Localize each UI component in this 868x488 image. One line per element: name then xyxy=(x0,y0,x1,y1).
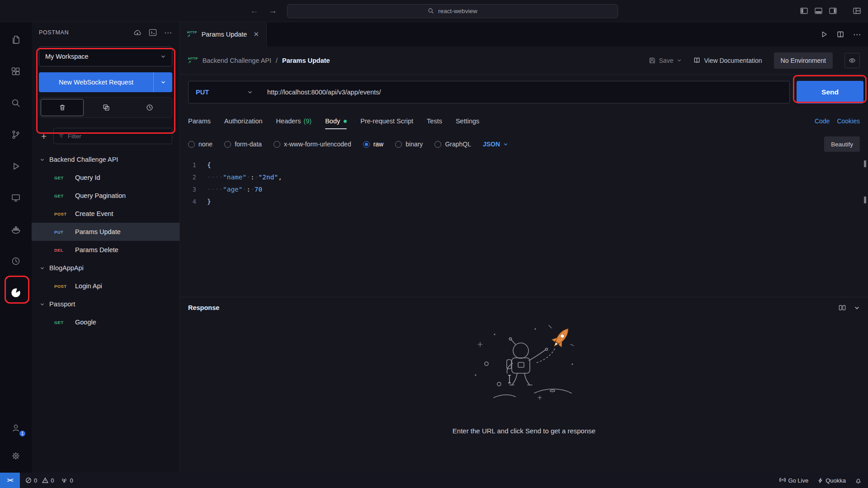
tab-params-update[interactable]: HTTP↗ Params Update ✕ xyxy=(180,22,267,47)
request-tab-headers[interactable]: Headers(9) xyxy=(276,110,312,132)
bell-icon[interactable] xyxy=(855,477,862,484)
body-code-editor[interactable]: 1{2····"name"·:·"2nd",3····"age"·:·704} xyxy=(180,156,868,297)
clock-icon[interactable] xyxy=(0,245,32,277)
send-button[interactable]: Send xyxy=(797,81,863,103)
request-item-google[interactable]: GETGoogle xyxy=(32,313,179,331)
request-tab-tests[interactable]: Tests xyxy=(427,110,442,132)
command-search-box[interactable]: react-webview xyxy=(287,4,618,18)
remote-explorer-icon[interactable] xyxy=(0,182,32,214)
body-format-row: noneform-datax-www-form-urlencodedrawbin… xyxy=(180,132,868,156)
request-tab-authorization[interactable]: Authorization xyxy=(224,110,263,132)
request-item-params-delete[interactable]: DELParams Delete xyxy=(32,241,179,259)
run-icon[interactable] xyxy=(821,31,828,38)
environment-quick-look-icon[interactable] xyxy=(844,53,860,68)
source-control-icon[interactable] xyxy=(0,119,32,150)
rocket-icon xyxy=(550,325,572,350)
panel-left-icon[interactable] xyxy=(800,8,808,14)
cloud-icon[interactable] xyxy=(133,29,142,36)
request-item-query-pagination[interactable]: GETQuery Pagination xyxy=(32,187,179,205)
beautify-button[interactable]: Beautify xyxy=(824,136,860,152)
more-actions-icon[interactable]: ⋯ xyxy=(853,30,861,39)
view-documentation-button[interactable]: View Documentation xyxy=(693,57,762,64)
run-debug-icon[interactable] xyxy=(0,150,32,182)
error-count: 0 xyxy=(34,477,37,484)
save-button[interactable]: Save xyxy=(649,57,682,64)
code-line[interactable]: 2····"name"·:·"2nd", xyxy=(180,171,868,183)
request-item-create-event[interactable]: POSTCreate Event xyxy=(32,205,179,223)
panel-right-icon[interactable] xyxy=(829,8,837,14)
split-editor-icon[interactable] xyxy=(837,31,844,38)
request-tab-pre-request-script[interactable]: Pre-request Script xyxy=(360,110,413,132)
body-type-graphql[interactable]: GraphQL xyxy=(434,141,471,148)
tree-folder-passport[interactable]: Passport xyxy=(32,295,179,313)
new-websocket-request-button[interactable]: New WebSocket Request xyxy=(39,72,172,92)
request-item-params-update[interactable]: PUTParams Update xyxy=(32,223,179,241)
body-type-binary[interactable]: binary xyxy=(395,141,423,148)
docker-icon[interactable] xyxy=(0,214,32,245)
problems-indicator[interactable]: 0 0 xyxy=(25,477,54,484)
body-type-form-data[interactable]: form-data xyxy=(224,141,262,148)
code-line[interactable]: 4} xyxy=(180,195,868,207)
settings-gear-icon[interactable] xyxy=(0,442,32,470)
chevron-down-icon[interactable] xyxy=(854,305,860,311)
copy-icon[interactable] xyxy=(85,99,127,116)
code-line[interactable]: 1{ xyxy=(180,159,868,171)
chevron-down-icon xyxy=(503,142,508,147)
code-lines: 1{2····"name"·:·"2nd",3····"age"·:·704} xyxy=(180,159,868,207)
breadcrumb-collection[interactable]: Backend Challenge API xyxy=(203,57,271,64)
layout-icon[interactable] xyxy=(853,8,861,14)
close-icon[interactable]: ✕ xyxy=(253,30,259,38)
body-type-none[interactable]: none xyxy=(188,141,212,148)
sidebar-tree: Backend Challenge APIGETQuery IdGETQuery… xyxy=(32,150,179,331)
request-tab-body[interactable]: Body xyxy=(325,110,347,132)
line-number: 3 xyxy=(180,186,207,193)
code-link[interactable]: Code xyxy=(815,117,830,125)
line-number: 2 xyxy=(180,174,207,181)
request-tab-settings[interactable]: Settings xyxy=(456,110,479,132)
tree-folder-blogappapi[interactable]: BlogAppApi xyxy=(32,259,179,277)
chevron-down-icon xyxy=(40,157,45,162)
new-request-label: New WebSocket Request xyxy=(39,72,153,92)
files-icon[interactable] xyxy=(0,24,32,56)
collection-name: Passport xyxy=(49,300,75,308)
breadcrumb-request[interactable]: Params Update xyxy=(282,57,330,64)
chevron-down-icon xyxy=(160,54,166,59)
language-selector[interactable]: JSON xyxy=(483,141,508,148)
add-icon[interactable]: + xyxy=(39,131,49,141)
remote-indicator[interactable]: >< xyxy=(0,473,20,488)
request-item-query-id[interactable]: GETQuery Id xyxy=(32,169,179,187)
trash-icon[interactable] xyxy=(41,99,84,116)
request-item-login-api[interactable]: POSTLogin Api xyxy=(32,277,179,295)
history-icon[interactable] xyxy=(128,99,170,116)
chevron-down-icon[interactable] xyxy=(677,58,682,63)
tree-folder-backend-challenge-api[interactable]: Backend Challenge API xyxy=(32,150,179,169)
method-selector[interactable]: PUT xyxy=(189,89,260,96)
url-input[interactable]: http://localhost:8000/api/v3/app/events/ xyxy=(260,89,381,96)
chevron-down-icon[interactable] xyxy=(153,72,172,92)
overview-ruler-mark xyxy=(864,197,866,203)
search-icon[interactable] xyxy=(0,87,32,119)
quokka-button[interactable]: Quokka xyxy=(817,477,846,484)
maximize-panel-icon[interactable] xyxy=(839,305,846,311)
request-tab-params[interactable]: Params xyxy=(188,110,211,132)
ellipsis-icon[interactable]: ⋯ xyxy=(164,28,172,38)
http-icon: HTTP↗ xyxy=(188,57,198,64)
body-type-x-www-form-urlencoded[interactable]: x-www-form-urlencoded xyxy=(274,141,351,148)
ports-indicator[interactable]: 0 xyxy=(61,477,73,484)
go-live-button[interactable]: Go Live xyxy=(779,477,808,484)
postman-icon[interactable] xyxy=(0,277,32,309)
filter-input[interactable] xyxy=(68,133,167,140)
back-arrow-icon[interactable]: ← xyxy=(250,6,259,16)
extensions-icon[interactable] xyxy=(0,56,32,87)
accounts-icon[interactable]: 1 xyxy=(0,414,32,442)
workspace-selector[interactable]: My Workspace xyxy=(39,47,172,66)
request-url-row: PUT http://localhost:8000/api/v3/app/eve… xyxy=(180,75,868,110)
forward-arrow-icon[interactable]: → xyxy=(269,6,277,16)
panel-bottom-icon[interactable] xyxy=(815,8,822,14)
cookies-link[interactable]: Cookies xyxy=(837,117,860,125)
no-environment-button[interactable]: No Environment xyxy=(774,52,833,69)
code-line[interactable]: 3····"age"·:·70 xyxy=(180,183,868,195)
method-label: GET xyxy=(54,320,70,325)
console-icon[interactable] xyxy=(149,29,157,36)
body-type-raw[interactable]: raw xyxy=(363,141,384,148)
